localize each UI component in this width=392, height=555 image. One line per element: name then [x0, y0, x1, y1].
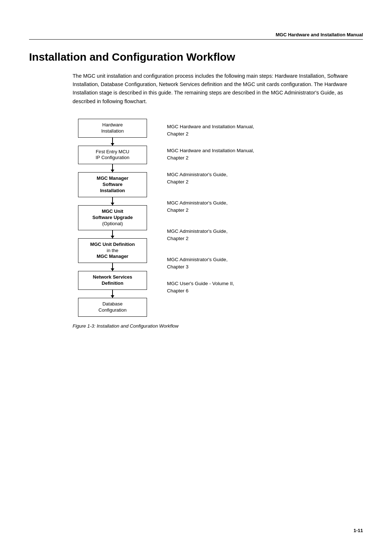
flowchart: HardwareInstallation First Entry MCUIP C… — [73, 119, 152, 317]
annotation-1-line1: MGC Hardware and Installation Manual, — [167, 123, 254, 130]
figure-caption: Figure 1-3: Installation and Configurati… — [73, 323, 363, 329]
annotation-2-line1: MGC Hardware and Installation Manual, — [167, 147, 254, 154]
annotation-5-line1: MGC Administrator's Guide, — [167, 228, 254, 235]
flow-arrow-3 — [112, 197, 113, 205]
intro-paragraph: The MGC unit installation and configurat… — [73, 72, 363, 106]
annotation-7-line2: Chapter 6 — [167, 287, 254, 295]
flow-arrow-1 — [112, 138, 113, 146]
flow-label-3: MGC ManagerSoftwareInstallation — [97, 175, 128, 194]
page: MGC Hardware and Installation Manual Ins… — [0, 0, 392, 555]
annotation-4: MGC Administrator's Guide, Chapter 2 — [167, 197, 254, 226]
annotation-5: MGC Administrator's Guide, Chapter 2 — [167, 226, 254, 254]
annotation-2: MGC Hardware and Installation Manual, Ch… — [167, 145, 254, 169]
annotation-5-line2: Chapter 2 — [167, 235, 254, 242]
annotation-2-line2: Chapter 2 — [167, 154, 254, 162]
annotation-3: MGC Administrator's Guide, Chapter 2 — [167, 169, 254, 197]
flow-box-first-entry-mcu: First Entry MCUIP Configuration — [78, 146, 147, 165]
annotation-1-line2: Chapter 2 — [167, 130, 254, 138]
annotation-6-line2: Chapter 3 — [167, 263, 254, 271]
flow-box-network-services: Network ServicesDefinition — [78, 271, 147, 290]
flow-box-mgc-unit-software: MGC UnitSoftware Upgrade(Optional) — [78, 205, 147, 230]
flow-box-hardware-installation: HardwareInstallation — [78, 119, 147, 138]
annotation-7-line1: MGC User's Guide - Volume II, — [167, 280, 254, 287]
header-title: MGC Hardware and Installation Manual — [275, 32, 363, 37]
flow-label-7: DatabaseConfiguration — [98, 301, 126, 313]
flow-arrow-5 — [112, 263, 113, 271]
diagram-container: HardwareInstallation First Entry MCUIP C… — [73, 119, 363, 317]
annotation-4-line1: MGC Administrator's Guide, — [167, 199, 254, 207]
flow-arrow-6 — [112, 290, 113, 298]
annotation-7: MGC User's Guide - Volume II, Chapter 6 — [167, 278, 254, 302]
page-title: Installation and Configuration Workflow — [29, 51, 363, 63]
flow-arrow-2 — [112, 164, 113, 172]
flow-arrow-4 — [112, 230, 113, 238]
flow-label-2: First Entry MCUIP Configuration — [96, 149, 130, 161]
flow-label-6: Network ServicesDefinition — [93, 274, 132, 287]
header-rule — [29, 39, 363, 40]
flow-label-4: MGC UnitSoftware Upgrade(Optional) — [92, 208, 132, 227]
annotation-4-line2: Chapter 2 — [167, 207, 254, 214]
annotation-6: MGC Administrator's Guide, Chapter 3 — [167, 254, 254, 278]
flow-label-1: HardwareInstallation — [101, 122, 124, 134]
annotations-column: MGC Hardware and Installation Manual, Ch… — [167, 119, 254, 302]
flow-box-mgc-manager-software: MGC ManagerSoftwareInstallation — [78, 172, 147, 197]
annotation-6-line1: MGC Administrator's Guide, — [167, 256, 254, 263]
flow-label-5: MGC Unit Definitionin theMGC Manager — [90, 242, 135, 260]
annotation-1: MGC Hardware and Installation Manual, Ch… — [167, 121, 254, 145]
flow-box-database-config: DatabaseConfiguration — [78, 298, 147, 317]
page-number: 1-11 — [354, 528, 363, 533]
main-content: Installation and Configuration Workflow … — [29, 47, 363, 329]
flow-box-mgc-unit-definition: MGC Unit Definitionin theMGC Manager — [78, 238, 147, 263]
annotation-3-line1: MGC Administrator's Guide, — [167, 171, 254, 178]
annotation-3-line2: Chapter 2 — [167, 178, 254, 186]
